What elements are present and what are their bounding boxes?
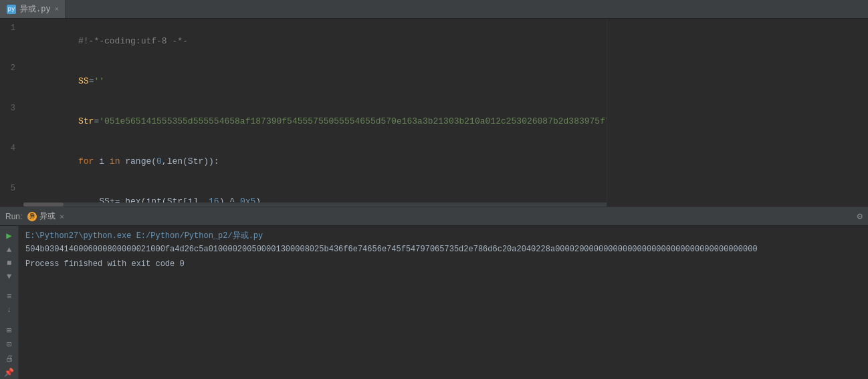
python-file-icon: py — [7, 5, 16, 14]
run-panel: Run: 异 异或 × ⚙ ▶ ▲ ■ ▼ ≡ ↓ ⊞ ⊡ 🖨 📌 🗑 E:\P… — [0, 207, 868, 379]
line-number-5: 5 — [0, 182, 23, 195]
code-line-3: 3 Str='051e565141555355d555554658af18739… — [0, 102, 607, 142]
token: 0 — [156, 156, 162, 166]
output-path: E:\Python27\python.exe E:/Python/Python_… — [25, 230, 861, 242]
token: Str — [78, 116, 94, 126]
line-number-4: 4 — [0, 142, 23, 155]
right-panel — [607, 19, 868, 207]
token: '051e565141555355d555554658af187390f5455… — [99, 116, 607, 126]
token: in — [110, 156, 120, 166]
code-editor[interactable]: 1 #!-*-coding:utf-8 -*- 2 SS='' 3 Str='0… — [0, 19, 607, 207]
run-tab-close[interactable]: × — [60, 213, 64, 221]
gear-icon[interactable]: ⚙ — [857, 211, 863, 222]
editor-hscrollbar-thumb[interactable] — [23, 203, 64, 207]
grid-button[interactable]: ⊞ — [3, 326, 15, 336]
editor-area: 1 #!-*-coding:utf-8 -*- 2 SS='' 3 Str='0… — [0, 19, 868, 207]
token: i — [94, 156, 109, 166]
code-lines: 1 #!-*-coding:utf-8 -*- 2 SS='' 3 Str='0… — [0, 19, 607, 207]
token: '' — [94, 76, 104, 86]
file-tab[interactable]: py 异或.py × — [0, 0, 66, 18]
line-content-2: SS='' — [23, 61, 607, 102]
pin-button[interactable]: 📌 — [3, 368, 15, 378]
run-label: Run: — [5, 212, 22, 221]
line-content-1: #!-*-coding:utf-8 -*- — [23, 21, 607, 61]
tab-filename: 异或.py — [20, 3, 51, 15]
line-number-1: 1 — [0, 21, 23, 35]
print-button[interactable]: 🖨 — [3, 354, 15, 364]
token: #!-*-coding:utf-8 -*- — [78, 36, 188, 46]
stop-button[interactable]: ■ — [3, 259, 15, 268]
down-button[interactable]: ▼ — [3, 272, 15, 281]
code-line-4: 4 for i in range(0,len(Str)): — [0, 142, 607, 182]
download-button[interactable]: ↓ — [3, 305, 15, 315]
editor-hscrollbar[interactable] — [23, 203, 607, 207]
token: ,len(Str)): — [162, 156, 219, 166]
token: for — [78, 156, 94, 166]
line-number-3: 3 — [0, 102, 23, 115]
run-tab-icon: 异 — [27, 212, 37, 221]
run-tab[interactable]: 异 异或 × — [27, 211, 64, 222]
token: range( — [120, 156, 156, 166]
play-button[interactable]: ▶ — [3, 230, 15, 241]
line-content-3: Str='051e565141555355d555554658af187390f… — [23, 102, 607, 142]
output-status: Process finished with exit code 0 — [25, 258, 861, 270]
grid2-button[interactable]: ⊡ — [3, 340, 15, 350]
code-line-2: 2 SS='' — [0, 61, 607, 102]
run-content: ▶ ▲ ■ ▼ ≡ ↓ ⊞ ⊡ 🖨 📌 🗑 E:\Python27\python… — [0, 226, 868, 379]
token: SS — [78, 76, 89, 86]
up-button[interactable]: ▲ — [3, 245, 15, 255]
output-result: 504b0304140006000800000021000fa4d26c5a01… — [25, 243, 861, 255]
line-number-2: 2 — [0, 61, 23, 75]
tab-bar: py 异或.py × — [0, 0, 868, 19]
run-tab-label: 异或 — [39, 211, 56, 222]
run-toolbar: Run: 异 异或 × ⚙ — [0, 207, 868, 226]
run-sidebar: ▶ ▲ ■ ▼ ≡ ↓ ⊞ ⊡ 🖨 📌 🗑 — [0, 226, 19, 379]
menu-button[interactable]: ≡ — [3, 292, 15, 301]
line-content-4: for i in range(0,len(Str)): — [23, 142, 607, 182]
tab-close-button[interactable]: × — [55, 5, 60, 13]
code-line-1: 1 #!-*-coding:utf-8 -*- — [0, 21, 607, 61]
run-output: E:\Python27\python.exe E:/Python/Python_… — [19, 226, 868, 379]
